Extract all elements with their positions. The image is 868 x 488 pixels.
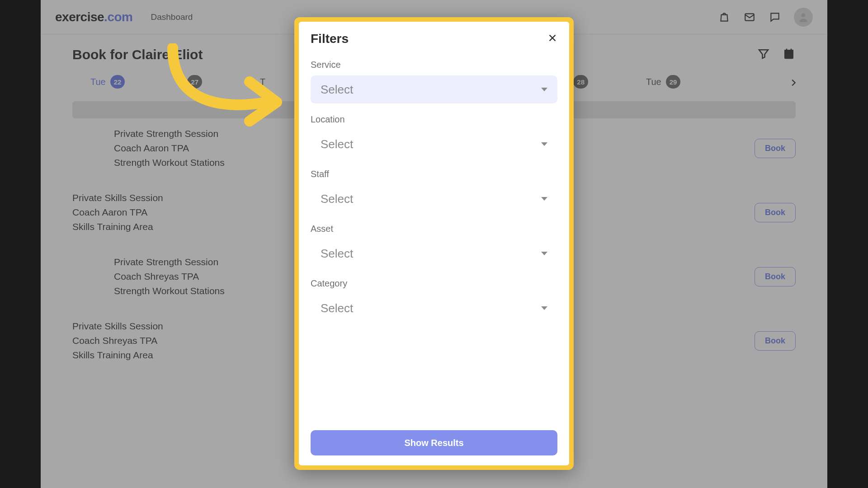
select-placeholder: Select (321, 301, 353, 315)
field-label-service: Service (311, 60, 557, 70)
close-icon[interactable] (547, 33, 557, 45)
select-placeholder: Select (321, 247, 353, 261)
field-label-category: Category (311, 278, 557, 289)
filters-modal: Filters Service Select Location Select S… (299, 22, 569, 465)
chevron-down-icon (541, 88, 547, 91)
show-results-button[interactable]: Show Results (311, 430, 557, 455)
modal-body: Service Select Location Select Staff Sel… (311, 56, 557, 430)
select-service[interactable]: Select (311, 75, 557, 103)
field-label-staff: Staff (311, 169, 557, 179)
select-asset[interactable]: Select (311, 239, 557, 267)
select-placeholder: Select (321, 192, 353, 206)
modal-title: Filters (311, 32, 349, 46)
chevron-down-icon (541, 197, 547, 201)
select-placeholder: Select (321, 83, 353, 97)
chevron-down-icon (541, 252, 547, 255)
select-category[interactable]: Select (311, 294, 557, 322)
select-staff[interactable]: Select (311, 185, 557, 213)
select-location[interactable]: Select (311, 130, 557, 158)
field-label-location: Location (311, 114, 557, 125)
field-label-asset: Asset (311, 224, 557, 234)
modal-header: Filters (311, 32, 557, 46)
chevron-down-icon (541, 306, 547, 310)
modal-highlight-frame: Filters Service Select Location Select S… (294, 17, 574, 470)
select-placeholder: Select (321, 137, 353, 151)
chevron-down-icon (541, 142, 547, 146)
